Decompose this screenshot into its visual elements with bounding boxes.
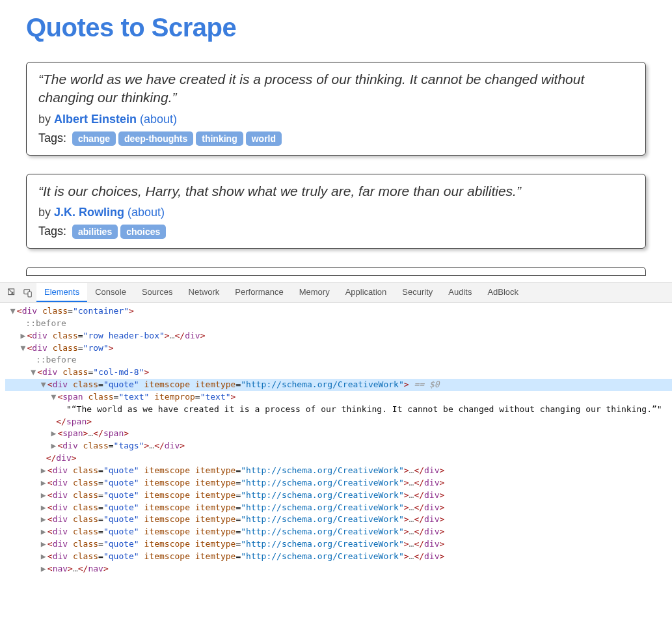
quote-text: “The world as we have created it is a pr… — [38, 70, 634, 107]
inspect-icon[interactable] — [5, 286, 20, 300]
author-link[interactable]: Albert Einstein — [54, 113, 137, 126]
quote-byline: by Albert Einstein (about) — [38, 113, 634, 126]
tag-link[interactable]: choices — [120, 225, 166, 239]
devtools-tab-elements[interactable]: Elements — [36, 283, 87, 302]
devtools-tab-adblock[interactable]: AdBlock — [479, 283, 526, 302]
tags-label: Tags: — [38, 225, 70, 238]
tag-link[interactable]: change — [72, 131, 116, 146]
devtools-tab-application[interactable]: Application — [338, 283, 395, 302]
device-toggle-icon[interactable] — [21, 286, 35, 300]
quote-box: “The world as we have created it is a pr… — [26, 62, 646, 156]
devtools-elements-tree[interactable]: ▼<div class="container"> ::before ▶<div … — [0, 303, 672, 581]
by-label: by — [38, 206, 54, 219]
tags-label: Tags: — [38, 131, 70, 144]
quote-box-partial — [26, 267, 646, 276]
about-link[interactable]: (about) — [128, 206, 165, 219]
author-link[interactable]: J.K. Rowling — [54, 206, 124, 219]
quote-text: “It is our choices, Harry, that show wha… — [38, 182, 634, 200]
devtools-tab-console[interactable]: Console — [87, 283, 134, 302]
page-title[interactable]: Quotes to Scrape — [26, 13, 646, 42]
page-content: Quotes to Scrape “The world as we have c… — [0, 0, 672, 282]
devtools-tab-sources[interactable]: Sources — [134, 283, 181, 302]
tags-row: Tags: changedeep-thoughtsthinkingworld — [38, 131, 634, 146]
devtools-tab-network[interactable]: Network — [181, 283, 228, 302]
devtools-tab-performance[interactable]: Performance — [227, 283, 291, 302]
tag-link[interactable]: deep-thoughts — [118, 131, 193, 146]
tag-link[interactable]: thinking — [196, 131, 243, 146]
quote-byline: by J.K. Rowling (about) — [38, 206, 634, 219]
devtools-panel: ElementsConsoleSourcesNetworkPerformance… — [0, 282, 672, 581]
about-link[interactable]: (about) — [140, 113, 177, 126]
devtools-tabs: ElementsConsoleSourcesNetworkPerformance… — [0, 283, 672, 303]
tag-link[interactable]: world — [246, 131, 282, 146]
tag-link[interactable]: abilities — [72, 225, 118, 239]
quote-box: “It is our choices, Harry, that show wha… — [26, 174, 646, 249]
devtools-tab-audits[interactable]: Audits — [440, 283, 479, 302]
devtools-tab-memory[interactable]: Memory — [291, 283, 338, 302]
tags-row: Tags: abilitieschoices — [38, 225, 634, 239]
by-label: by — [38, 113, 54, 126]
devtools-tab-security[interactable]: Security — [394, 283, 440, 302]
svg-rect-2 — [28, 292, 31, 297]
